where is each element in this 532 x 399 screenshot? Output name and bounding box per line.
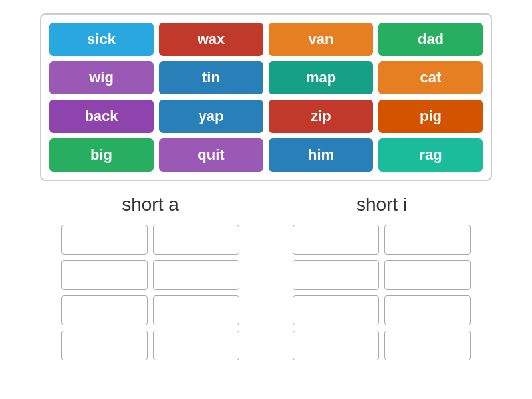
word-btn-pig[interactable]: pig [378,100,483,133]
category-short-i: short i [293,194,471,360]
drop-cell[interactable] [61,295,148,325]
categories-section: short a short i [40,194,492,360]
word-btn-quit[interactable]: quit [159,138,263,172]
drop-cell[interactable] [153,260,239,290]
word-btn-cat[interactable]: cat [378,61,483,94]
drop-cell[interactable] [293,331,379,360]
drop-cell[interactable] [61,225,148,255]
word-btn-rag[interactable]: rag [378,138,483,172]
drop-cell[interactable] [153,295,239,325]
short-a-drop-grid [61,225,239,360]
drop-cell[interactable] [293,295,379,325]
category-short-a: short a [61,194,239,360]
word-btn-sick[interactable]: sick [49,23,154,56]
drop-cell[interactable] [384,295,471,325]
short-a-title: short a [122,194,179,215]
drop-cell[interactable] [384,260,471,290]
drop-cell[interactable] [61,260,148,290]
drop-cell[interactable] [293,260,379,290]
word-btn-back[interactable]: back [49,100,154,133]
word-btn-zip[interactable]: zip [269,100,373,133]
word-btn-big[interactable]: big [49,138,154,172]
word-btn-van[interactable]: van [269,23,373,56]
word-btn-wig[interactable]: wig [49,61,154,94]
drop-cell[interactable] [384,331,471,360]
drop-cell[interactable] [153,331,239,360]
word-bank: sickwaxvandadwigtinmapcatbackyapzippigbi… [40,13,492,181]
short-i-title: short i [356,194,407,215]
word-btn-dad[interactable]: dad [378,23,483,56]
drop-cell[interactable] [293,225,379,255]
drop-cell[interactable] [61,331,148,360]
drop-cell[interactable] [384,225,471,255]
main-container: sickwaxvandadwigtinmapcatbackyapzippigbi… [0,0,532,374]
word-btn-map[interactable]: map [269,61,373,94]
short-i-drop-grid [293,225,471,360]
word-btn-yap[interactable]: yap [159,100,263,133]
drop-cell[interactable] [153,225,239,255]
word-btn-tin[interactable]: tin [159,61,263,94]
word-btn-him[interactable]: him [269,138,373,172]
word-btn-wax[interactable]: wax [159,23,263,56]
